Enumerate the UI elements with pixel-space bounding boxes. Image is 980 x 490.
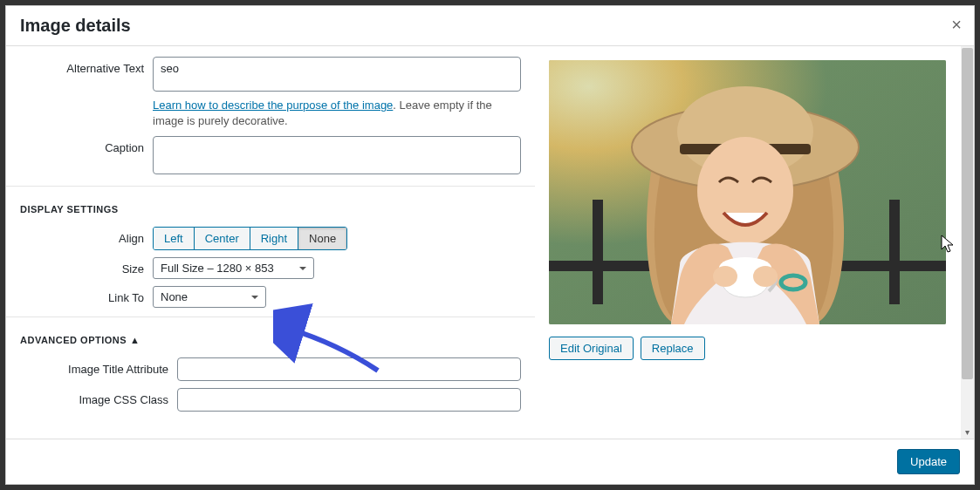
align-right-button[interactable]: Right — [250, 228, 298, 249]
align-button-group: Left Center Right None — [153, 227, 347, 250]
replace-button[interactable]: Replace — [641, 337, 705, 360]
modal-footer: Update — [6, 439, 974, 484]
svg-point-12 — [713, 266, 737, 287]
svg-rect-3 — [593, 200, 603, 304]
modal-body: Alternative Text seo Learn how to descri… — [6, 46, 974, 439]
svg-point-9 — [697, 137, 793, 245]
css-class-label: Image CSS Class — [20, 388, 177, 412]
divider — [6, 186, 535, 187]
css-class-input[interactable] — [177, 388, 521, 412]
preview-pane: Edit Original Replace ▾ — [535, 46, 974, 439]
alt-text-label: Alternative Text — [20, 57, 153, 129]
scroll-down-icon[interactable]: ▾ — [961, 425, 974, 439]
align-center-button[interactable]: Center — [195, 228, 250, 249]
alt-help-text: Learn how to describe the purpose of the… — [153, 98, 521, 129]
svg-rect-4 — [889, 200, 900, 304]
title-attr-input[interactable] — [177, 357, 521, 381]
title-attr-label: Image Title Attribute — [20, 357, 177, 381]
modal-title: Image details — [20, 16, 131, 36]
update-button[interactable]: Update — [897, 449, 960, 474]
scrollbar-track[interactable]: ▾ — [961, 46, 974, 439]
alt-help-link[interactable]: Learn how to describe the purpose of the… — [153, 99, 393, 112]
image-details-modal: Image details × Alternative Text seo Lea… — [5, 5, 975, 485]
edit-original-button[interactable]: Edit Original — [549, 337, 634, 360]
scrollbar-thumb[interactable] — [962, 48, 973, 379]
size-row: Size Full Size – 1280 × 853 — [20, 257, 521, 279]
divider — [6, 316, 535, 317]
caret-up-icon: ▲ — [130, 335, 140, 345]
link-to-label: Link To — [20, 286, 153, 308]
display-settings-heading: DISPLAY SETTINGS — [20, 204, 521, 214]
size-select-value: Full Size – 1280 × 853 — [161, 262, 274, 275]
css-class-row: Image CSS Class — [20, 388, 521, 412]
caption-row: Caption — [20, 136, 521, 177]
align-label: Align — [20, 227, 153, 250]
caption-label: Caption — [20, 136, 153, 177]
link-to-row: Link To None — [20, 286, 521, 308]
caption-input[interactable] — [153, 136, 521, 174]
modal-header: Image details × — [6, 6, 974, 46]
alt-text-input[interactable]: seo — [153, 57, 521, 92]
align-row: Align Left Center Right None — [20, 227, 521, 250]
link-to-select[interactable]: None — [153, 286, 266, 308]
image-actions: Edit Original Replace — [549, 337, 958, 360]
advanced-options-heading[interactable]: ADVANCED OPTIONS ▲ — [20, 335, 521, 345]
size-select[interactable]: Full Size – 1280 × 853 — [153, 257, 314, 279]
svg-point-13 — [753, 266, 778, 287]
title-attr-row: Image Title Attribute — [20, 357, 521, 381]
close-icon[interactable]: × — [951, 15, 962, 35]
image-preview — [549, 60, 946, 324]
settings-pane: Alternative Text seo Learn how to descri… — [6, 46, 535, 439]
alt-text-row: Alternative Text seo Learn how to descri… — [20, 57, 521, 129]
modal-backdrop: Image details × Alternative Text seo Lea… — [0, 0, 980, 490]
align-none-button[interactable]: None — [298, 228, 346, 249]
align-left-button[interactable]: Left — [154, 228, 195, 249]
size-label: Size — [20, 257, 153, 279]
link-to-select-value: None — [161, 290, 188, 303]
